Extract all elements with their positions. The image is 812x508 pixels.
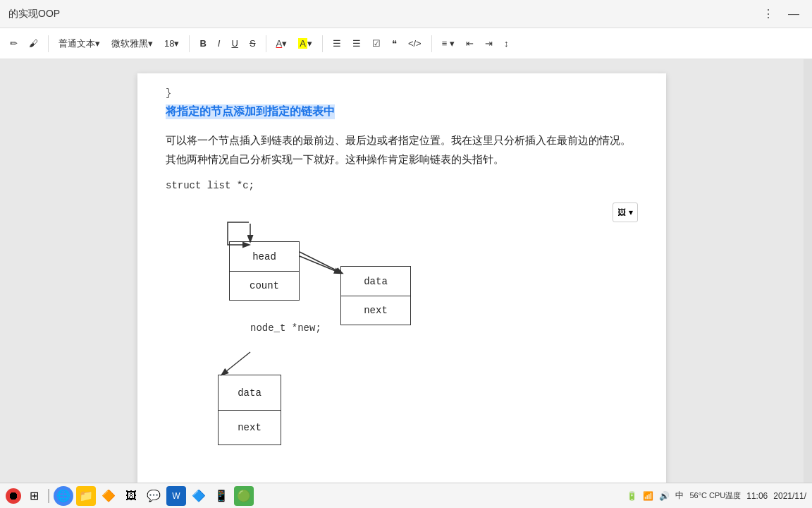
underline-button[interactable]: U (227, 35, 242, 52)
head-cell: head (229, 241, 300, 271)
font-dropdown-button[interactable]: 微软雅黑 ▾ (107, 35, 157, 53)
highlight-button[interactable]: A ▾ (294, 35, 316, 52)
svg-line-4 (300, 256, 340, 273)
new-node-diagram: data next (208, 345, 419, 483)
indent-left-button[interactable]: ⇤ (462, 35, 478, 52)
size-chevron-icon: ▾ (174, 38, 179, 49)
window-title: 的实现OOP (8, 8, 60, 20)
more-options-button[interactable]: ↕ (500, 35, 513, 52)
arrow-to-data (180, 202, 476, 344)
more-button[interactable]: ⋮ (758, 6, 778, 22)
bullet-list-button[interactable]: ☰ (328, 35, 345, 52)
icon6[interactable]: 🖼 (121, 486, 141, 506)
quote-button[interactable]: ❝ (388, 35, 401, 52)
code-block: struct list *c; (166, 180, 638, 191)
code-button[interactable]: </> (404, 35, 426, 52)
icon9[interactable]: 🔷 (189, 486, 209, 506)
list-diagram: head count (180, 202, 476, 344)
image-icon-button[interactable]: 🖼 ▾ (613, 202, 638, 222)
toolbar-separator-2 (189, 35, 190, 52)
font-color-chevron: ▾ (282, 38, 287, 49)
diagram-wrapper: 🖼 ▾ (166, 202, 638, 483)
format-tool-button[interactable]: 🖌 (25, 35, 42, 52)
docs-icon[interactable]: W (166, 486, 186, 506)
taskbar-right: 🔋 📶 🔊 中 56°C CPU温度 11:06 2021/11/ (627, 490, 806, 502)
taskbar: ⏺ ⊞ 🌐 📁 🔶 🖼 💬 W 🔷 📱 🟢 🔋 📶 🔊 中 56°C CPU温度… (0, 483, 812, 508)
files-icon[interactable]: 📁 (76, 486, 96, 506)
body-text: 可以将一个节点插入到链表的最前边、最后边或者指定位置。我在这里只分析插入在最前边… (166, 131, 638, 169)
prev-content-indicator: } (166, 87, 638, 99)
highlight-chevron: ▾ (307, 38, 312, 49)
grid-icon[interactable]: ⊞ (24, 486, 44, 506)
time-display: 11:06 (746, 491, 768, 501)
size-dropdown-button[interactable]: 18 ▾ (160, 35, 183, 52)
code-text: struct list *c; (166, 180, 254, 191)
toolbar-separator-4 (322, 35, 323, 52)
font-label: 微软雅黑 (111, 37, 148, 50)
style-label: 普通文本 (59, 37, 95, 50)
icon11[interactable]: 🟢 (234, 486, 254, 506)
date-display: 2021/11/ (773, 491, 806, 501)
align-button[interactable]: ≡ ▾ (438, 35, 459, 52)
right-scrollbar[interactable] (804, 59, 812, 483)
icon5[interactable]: 🔶 (99, 486, 118, 506)
pen-tool-button[interactable]: ✏ (6, 35, 22, 52)
document-page: } 将指定的节点添加到指定的链表中 可以将一个节点插入到链表的最前边、最后边或者… (137, 73, 666, 483)
title-bar: 的实现OOP ⋮ — (0, 0, 812, 28)
svg-line-1 (300, 252, 342, 273)
temp-display: 56°C CPU温度 (689, 490, 741, 501)
size-label: 18 (164, 38, 174, 49)
new-data-cell: data (218, 375, 281, 410)
font-chevron-icon: ▾ (148, 38, 153, 49)
new-next-cell: next (218, 410, 281, 445)
browser-icon[interactable]: 🌐 (54, 486, 73, 506)
new-data-next-node: data next (218, 375, 281, 445)
checklist-button[interactable]: ☑ (368, 35, 385, 52)
indent-right-button[interactable]: ⇥ (481, 35, 497, 52)
minimize-button[interactable]: — (784, 6, 804, 22)
bold-button[interactable]: B (195, 35, 210, 52)
strikethrough-button[interactable]: S (245, 35, 260, 52)
icon10[interactable]: 📱 (211, 486, 231, 506)
next-cell-1: next (340, 296, 411, 325)
status-icon[interactable]: ⏺ (6, 488, 21, 504)
content-area: } 将指定的节点添加到指定的链表中 可以将一个节点插入到链表的最前边、最后边或者… (0, 59, 812, 483)
head-count-node: head count (229, 241, 300, 301)
document-container[interactable]: } 将指定的节点添加到指定的链表中 可以将一个节点插入到链表的最前边、最后边或者… (0, 59, 804, 483)
toolbar-separator-3 (266, 35, 266, 52)
toolbar: ✏ 🖌 普通文本 ▾ 微软雅黑 ▾ 18 ▾ B I U S A ▾ A ▾ ☰… (0, 28, 812, 59)
toolbar-separator-5 (431, 35, 432, 52)
count-cell: count (229, 271, 300, 301)
title-controls: ⋮ — (758, 6, 804, 22)
battery-icon: 🔋 (627, 491, 637, 501)
volume-icon: 🔊 (659, 491, 670, 501)
svg-line-6 (222, 352, 250, 375)
highlight-icon: A (298, 38, 307, 49)
chat-icon[interactable]: 💬 (144, 486, 164, 506)
style-chevron-icon: ▾ (95, 38, 100, 49)
data-cell-1: data (340, 266, 411, 296)
image-icon-symbol: 🖼 ▾ (617, 207, 632, 217)
section-title: 将指定的节点添加到指定的链表中 (166, 104, 335, 119)
style-dropdown-button[interactable]: 普通文本 ▾ (54, 35, 104, 53)
font-color-icon: A (276, 38, 283, 49)
font-color-button[interactable]: A ▾ (272, 35, 292, 52)
network-icon: 📶 (643, 491, 653, 501)
italic-button[interactable]: I (214, 35, 225, 52)
data-next-node: data next (340, 266, 411, 325)
toolbar-separator-1 (48, 35, 49, 52)
status-icon-symbol: ⏺ (8, 490, 19, 502)
taskbar-separator (48, 489, 49, 503)
ordered-list-button[interactable]: ☰ (348, 35, 365, 52)
lang-indicator[interactable]: 中 (675, 490, 684, 502)
diagram-arrows (180, 202, 476, 344)
